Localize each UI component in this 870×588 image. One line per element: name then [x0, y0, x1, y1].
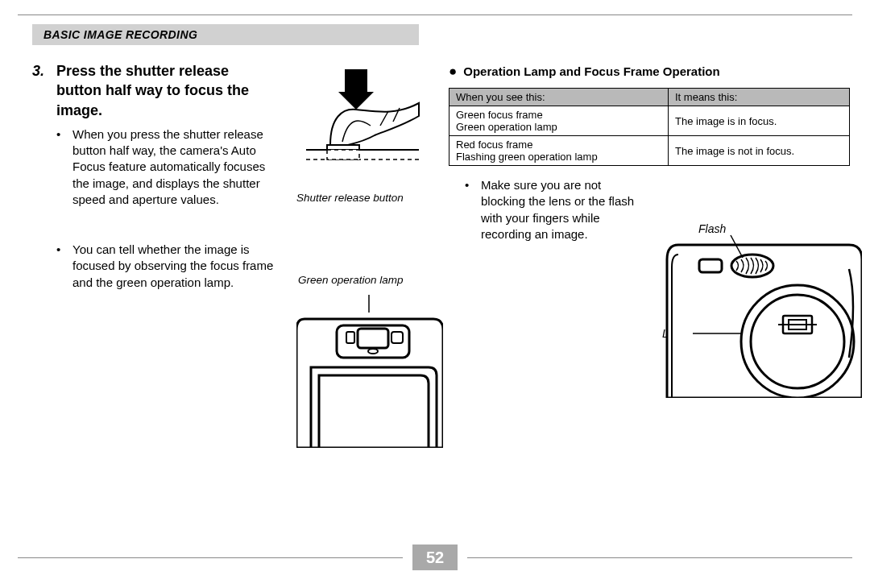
section-header-text: BASIC IMAGE RECORDING [44, 28, 197, 41]
footer-rule-left [18, 557, 403, 558]
svg-rect-0 [345, 69, 367, 93]
svg-point-18 [751, 295, 844, 388]
step-title: Press the shutter release button half wa… [56, 61, 266, 120]
left-column: 3. Press the shutter release button half… [32, 61, 425, 532]
page-number: 52 [412, 545, 458, 570]
cell-see-2: Red focus frame Flashing green operation… [450, 136, 669, 166]
svg-rect-12 [346, 332, 354, 343]
footer: 52 [18, 545, 852, 570]
svg-rect-5 [327, 150, 359, 159]
shutter-release-caption: Shutter release button [296, 192, 431, 204]
focus-table: When you see this: It means this: Green … [449, 88, 850, 166]
section-header: BASIC IMAGE RECORDING [32, 24, 419, 45]
svg-rect-13 [392, 332, 403, 343]
cell-means-1: The image is in focus. [669, 106, 850, 136]
green-lamp-caption: Green operation lamp [298, 274, 404, 286]
svg-marker-1 [338, 92, 374, 110]
bullet-icon: • [56, 126, 66, 208]
svg-point-11 [368, 349, 378, 354]
cell-means-2: The image is not in focus. [669, 136, 850, 166]
footer-rule-right [467, 557, 852, 558]
shutter-release-illustration: Shutter release button [298, 69, 431, 204]
th-means: It means this: [669, 89, 850, 106]
step-number: 3. [32, 61, 50, 120]
left-bullet-2: You can tell whether the image is focuse… [72, 242, 282, 291]
bullet-icon: • [465, 177, 474, 242]
camera-back-illustration [296, 295, 443, 448]
svg-rect-15 [699, 259, 722, 272]
cell-see-1: Green focus frame Green operation lamp [450, 106, 669, 136]
top-rule [18, 14, 852, 15]
th-see: When you see this: [450, 89, 669, 106]
filled-circle-icon: ● [449, 64, 457, 78]
bullet-icon: • [56, 242, 66, 291]
svg-rect-10 [358, 329, 388, 348]
right-bullet: Make sure you are not blocking the lens … [481, 177, 646, 242]
right-column: ● Operation Lamp and Focus Frame Operati… [449, 61, 850, 532]
right-subhead: Operation Lamp and Focus Frame Operation [463, 64, 719, 78]
camera-front-illustration [662, 221, 860, 398]
left-bullet-1: When you press the shutter release butto… [72, 126, 282, 208]
